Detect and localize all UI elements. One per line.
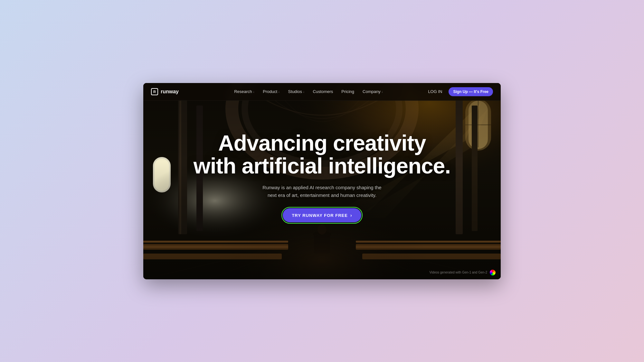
cta-wrapper: TRY RUNWAY FOR FREE › [283,208,361,222]
cta-button[interactable]: TRY RUNWAY FOR FREE › [283,208,361,222]
signup-button[interactable]: Sign Up — It's Free [449,87,493,96]
navbar: R runway Research ↓ Product ↓ Studios ↓ … [143,83,501,101]
browser-window: R runway Research ↓ Product ↓ Studios ↓ … [143,83,501,279]
hero-content: Advancing creativity with artificial int… [143,101,501,279]
nav-item-research[interactable]: Research ↓ [231,88,258,96]
chevron-down-icon: ↓ [278,90,280,93]
logo-letter: R [153,90,156,94]
cta-label: TRY RUNWAY FOR FREE [292,213,348,218]
color-wheel-icon [490,270,496,275]
nav-links: Research ↓ Product ↓ Studios ↓ Customers… [192,88,425,96]
nav-item-product[interactable]: Product ↓ [260,88,283,96]
gen-text: Videos generated with Gen-1 and Gen-2 [430,271,487,274]
chevron-down-icon: ↓ [303,90,305,93]
arrow-icon: › [350,213,352,218]
logo-name: runway [161,89,179,95]
logo-icon: R [151,88,158,95]
nav-item-pricing[interactable]: Pricing [338,88,357,96]
bottom-badge: Videos generated with Gen-1 and Gen-2 [430,270,496,275]
nav-item-studios[interactable]: Studios ↓ [285,88,308,96]
nav-right: LOG IN Sign Up — It's Free [425,87,493,96]
logo[interactable]: R runway [151,88,179,95]
chevron-down-icon: ↓ [382,90,383,93]
hero-title: Advancing creativity with artificial int… [194,132,451,178]
login-button[interactable]: LOG IN [425,88,445,96]
chevron-down-icon: ↓ [253,90,255,93]
hero-subtitle: Runway is an applied AI research company… [261,184,383,199]
nav-item-customers[interactable]: Customers [309,88,336,96]
nav-item-company[interactable]: Company ↓ [359,88,386,96]
